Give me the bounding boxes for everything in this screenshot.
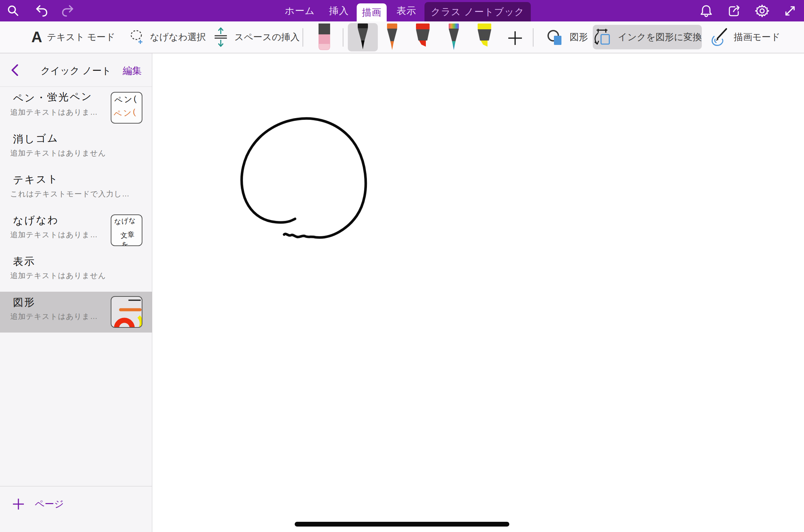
eraser-tool[interactable]	[314, 23, 335, 53]
page-list-item[interactable]: 消しゴム 追加テキストはありません	[0, 128, 152, 169]
toolbar-divider	[343, 28, 343, 47]
undo-icon	[35, 4, 48, 18]
plus-icon	[12, 497, 25, 511]
orange-pen-tool[interactable]	[382, 23, 402, 53]
page-list-item[interactable]: 表示 追加テキストはありません	[0, 251, 152, 292]
page-title-ink: ペン・蛍光ペン	[13, 90, 93, 106]
toolbar-divider	[533, 28, 534, 47]
notifications-button[interactable]	[699, 4, 713, 18]
gear-icon	[755, 4, 769, 18]
tab-home-label: ホーム	[285, 4, 315, 17]
page-list-item[interactable]: テキスト これはテキストモードで入力し…	[0, 169, 152, 210]
fullscreen-button[interactable]	[783, 4, 797, 18]
note-canvas[interactable]	[152, 53, 804, 532]
text-mode-button[interactable]: A テキスト モード	[31, 21, 115, 53]
draw-mode-label: 描画モード	[734, 31, 780, 43]
rainbow-pen-tool[interactable]	[444, 23, 464, 53]
draw-mode-button[interactable]: 描画モード	[709, 21, 780, 53]
page-thumbnail: なげな 文章を	[111, 214, 142, 246]
settings-button[interactable]	[755, 4, 769, 18]
page-list-item-selected[interactable]: 図形 追加テキストはありま…	[0, 292, 152, 333]
shapes-label: 図形	[570, 31, 588, 43]
page-subtitle: 追加テキストはありま…	[10, 311, 98, 322]
red-highlighter-tool[interactable]	[413, 23, 433, 53]
eraser-icon	[318, 23, 331, 51]
black-pen-icon	[355, 23, 371, 51]
bell-icon	[699, 4, 713, 18]
thumbnail-ink-line: なげな	[114, 216, 136, 226]
thumbnail-ink-line: ペン(	[113, 106, 138, 119]
page-subtitle: 追加テキストはありません	[10, 271, 106, 281]
edit-button[interactable]: 編集	[123, 64, 142, 77]
page-thumbnail	[111, 296, 142, 328]
page-subtitle: これはテキストモードで入力し…	[10, 189, 130, 199]
shapes-button[interactable]: 図形	[546, 21, 588, 53]
redo-icon	[61, 4, 75, 18]
ink-to-shape-icon	[593, 28, 613, 47]
redo-button[interactable]	[61, 4, 75, 18]
search-icon	[7, 4, 20, 17]
tab-view[interactable]: 表示	[389, 0, 423, 21]
text-mode-icon: A	[31, 29, 42, 46]
black-pen-tool-selected[interactable]	[353, 23, 373, 53]
lasso-icon	[129, 28, 145, 46]
sidebar-header: クイック ノート 編集	[0, 53, 152, 87]
insert-space-icon	[212, 27, 230, 48]
insert-space-button[interactable]: スペースの挿入	[212, 21, 300, 53]
rainbow-pen-icon	[446, 23, 462, 51]
tab-draw-label: 描画	[362, 6, 382, 19]
thumbnail-ink-line: 文章を	[120, 229, 142, 246]
lasso-select-button[interactable]: なげなわ選択	[129, 21, 206, 53]
search-button[interactable]	[6, 4, 20, 18]
tab-class-notebook[interactable]: クラス ノートブック	[424, 2, 531, 21]
text-mode-label: テキスト モード	[47, 31, 115, 43]
page-title-ink: 消しゴム	[13, 131, 59, 146]
page-title-ink: 表示	[13, 254, 35, 269]
draw-ribbon-toolbar: A テキスト モード なげなわ選択 スペースの挿入	[0, 21, 804, 53]
share-icon	[727, 4, 741, 18]
tab-home[interactable]: ホーム	[282, 0, 318, 21]
tab-view-label: 表示	[397, 4, 416, 17]
page-subtitle: 追加テキストはありま…	[10, 107, 98, 117]
thumbnail-ink-line: ペン(	[114, 93, 138, 106]
add-page-label: ページ	[35, 498, 64, 511]
page-list-item[interactable]: なげなわ 追加テキストはありま… なげな 文章を	[0, 210, 152, 251]
page-list-sidebar: クイック ノート 編集 ペン・蛍光ペン 追加テキストはありま… ペン( ペン( …	[0, 53, 152, 532]
ink-to-shape-toggle[interactable]: インクを図形に変換	[593, 25, 702, 49]
tab-draw-active[interactable]: 描画	[357, 3, 387, 21]
lasso-label: なげなわ選択	[150, 31, 206, 43]
tab-insert[interactable]: 挿入	[322, 0, 356, 21]
ink-to-shape-label: インクを図形に変換	[618, 31, 702, 43]
page-title-ink: テキスト	[13, 172, 59, 187]
tab-insert-label: 挿入	[329, 4, 349, 17]
shapes-thumbnail-drawing	[111, 297, 142, 327]
yellow-highlighter-tool[interactable]	[474, 23, 495, 53]
sidebar-footer: ページ	[0, 486, 152, 532]
draw-mode-hand-pen-icon	[709, 28, 729, 47]
plus-icon	[506, 29, 524, 47]
page-title-ink: 図形	[13, 295, 35, 310]
home-indicator-bar[interactable]	[295, 522, 509, 527]
toolbar-divider	[303, 28, 303, 47]
add-page-button[interactable]: ページ	[12, 497, 64, 511]
page-subtitle: 追加テキストはありません	[10, 148, 106, 158]
page-list-item[interactable]: ペン・蛍光ペン 追加テキストはありま… ペン( ペン(	[0, 87, 152, 128]
page-title-ink: なげなわ	[13, 213, 59, 228]
orange-pen-icon	[384, 23, 400, 51]
red-highlighter-icon	[415, 23, 431, 51]
expand-icon	[783, 4, 797, 18]
add-pen-button[interactable]	[505, 23, 525, 53]
insert-space-label: スペースの挿入	[234, 31, 300, 43]
undo-button[interactable]	[34, 4, 49, 18]
ink-circle-drawing[interactable]	[152, 53, 804, 532]
share-button[interactable]	[727, 4, 741, 18]
tab-class-notebook-label: クラス ノートブック	[431, 5, 524, 18]
top-app-bar: ホーム 挿入 描画 表示 クラス ノートブック	[0, 0, 804, 21]
shapes-icon	[546, 28, 565, 47]
page-thumbnail: ペン( ペン(	[111, 92, 142, 124]
page-subtitle: 追加テキストはありま…	[10, 230, 98, 240]
yellow-highlighter-icon	[476, 23, 493, 51]
